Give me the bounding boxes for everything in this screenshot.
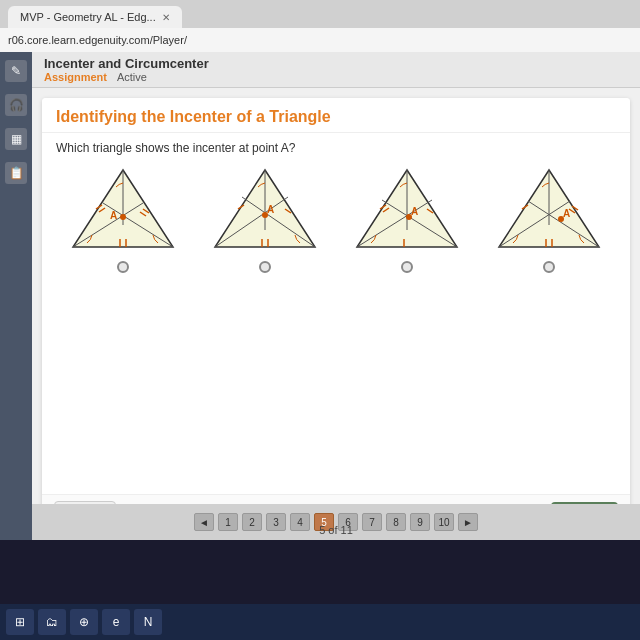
page-btn-1[interactable]: 1 (218, 513, 238, 531)
question-text: Which triangle shows the incenter at poi… (56, 141, 616, 155)
browser-chrome: MVP - Geometry AL - Edg... ✕ r06.core.le… (0, 0, 640, 52)
card-body: Which triangle shows the incenter at poi… (42, 133, 630, 494)
taskbar-chrome-btn[interactable]: ⊕ (70, 609, 98, 635)
radio-option-2[interactable] (259, 261, 271, 273)
sidebar-calculator-icon[interactable]: ▦ (5, 128, 27, 150)
sidebar-notes-icon[interactable]: 📋 (5, 162, 27, 184)
taskbar-ie-btn[interactable]: e (102, 609, 130, 635)
address-text: r06.core.learn.edgenuity.com/Player/ (8, 34, 187, 46)
taskbar: ⊞ 🗂 ⊕ e N (0, 604, 640, 640)
page-btn-4[interactable]: 4 (290, 513, 310, 531)
radio-option-4[interactable] (543, 261, 555, 273)
triangles-row: A (56, 165, 616, 273)
main-content: Incenter and Circumcenter Assignment Act… (32, 52, 640, 540)
page-count: 5 of 11 (319, 524, 353, 536)
triangle-svg-3: A (352, 165, 462, 255)
triangle-svg-4: A (494, 165, 604, 255)
triangle-svg-1: A (68, 165, 178, 255)
page-btn-8[interactable]: 8 (386, 513, 406, 531)
address-bar[interactable]: r06.core.learn.edgenuity.com/Player/ (0, 28, 640, 52)
taskbar-start-btn[interactable]: ⊞ (6, 609, 34, 635)
prev-page-btn[interactable]: ◄ (194, 513, 214, 531)
content-header: Incenter and Circumcenter Assignment Act… (32, 52, 640, 88)
triangle-svg-2: A (210, 165, 320, 255)
browser-tab[interactable]: MVP - Geometry AL - Edg... ✕ (8, 6, 182, 28)
svg-text:A: A (110, 210, 117, 221)
card-title: Identifying the Incenter of a Triangle (42, 98, 630, 133)
radio-option-3[interactable] (401, 261, 413, 273)
svg-text:A: A (411, 206, 418, 217)
taskbar-netflix-btn[interactable]: N (134, 609, 162, 635)
content-card: Identifying the Incenter of a Triangle W… (42, 98, 630, 530)
assignment-link[interactable]: Assignment (44, 71, 107, 83)
pagination-bar: ◄ 1 2 3 4 5 6 7 8 9 10 ► 5 of 11 (32, 504, 640, 540)
page-btn-7[interactable]: 7 (362, 513, 382, 531)
sidebar: ✎ 🎧 ▦ 📋 (0, 52, 32, 540)
header-subtitle: Assignment Active (44, 71, 628, 83)
taskbar-explorer-btn[interactable]: 🗂 (38, 609, 66, 635)
triangle-option-2[interactable]: A (210, 165, 320, 273)
page-btn-9[interactable]: 9 (410, 513, 430, 531)
tab-close-icon[interactable]: ✕ (162, 12, 170, 23)
page-btn-2[interactable]: 2 (242, 513, 262, 531)
triangle-option-1[interactable]: A (68, 165, 178, 273)
sidebar-pencil-icon[interactable]: ✎ (5, 60, 27, 82)
triangle-option-4[interactable]: A (494, 165, 604, 273)
radio-option-1[interactable] (117, 261, 129, 273)
tab-bar: MVP - Geometry AL - Edg... ✕ (0, 0, 640, 28)
page-btn-10[interactable]: 10 (434, 513, 454, 531)
triangle-option-3[interactable]: A (352, 165, 462, 273)
svg-text:A: A (267, 204, 274, 215)
svg-point-4 (120, 214, 126, 220)
tab-label: MVP - Geometry AL - Edg... (20, 11, 156, 23)
sidebar-headphone-icon[interactable]: 🎧 (5, 94, 27, 116)
next-page-btn[interactable]: ► (458, 513, 478, 531)
page-btn-3[interactable]: 3 (266, 513, 286, 531)
active-badge: Active (117, 71, 147, 83)
section-title: Incenter and Circumcenter (44, 56, 628, 71)
